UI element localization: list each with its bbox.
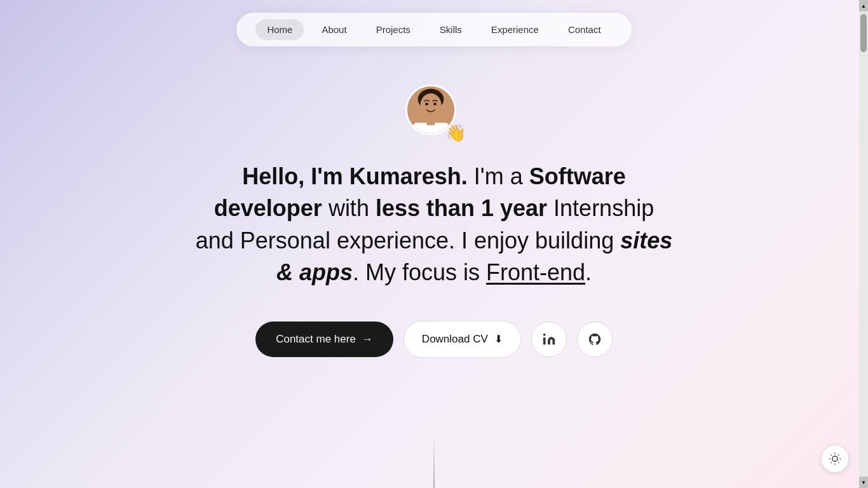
scrollbar-down-button[interactable]: ▼	[859, 477, 868, 488]
hero-part4: . My focus is	[353, 259, 486, 285]
hero-part1: I'm a	[468, 163, 529, 189]
nav-item-contact[interactable]: Contact	[557, 19, 613, 40]
svg-point-5	[425, 102, 428, 105]
nav-container: Home About Projects Skills Experience Co…	[236, 13, 631, 46]
nav-item-home[interactable]: Home	[255, 19, 304, 40]
hero-underline: Front-end	[486, 259, 585, 285]
svg-line-16	[838, 455, 839, 456]
linkedin-icon	[542, 332, 556, 346]
svg-point-6	[433, 102, 437, 105]
download-cv-button[interactable]: Download CV ⬇	[403, 321, 521, 358]
theme-icon	[829, 452, 841, 465]
download-cv-label: Download CV	[422, 333, 488, 346]
hero-intro: Hello, I'm Kumaresh.	[242, 163, 468, 189]
scrollbar-thumb[interactable]	[860, 14, 867, 52]
linkedin-button[interactable]	[531, 322, 567, 357]
hero-text: Hello, I'm Kumaresh. I'm a Software deve…	[193, 161, 675, 289]
svg-point-2	[420, 93, 441, 117]
avatar-container: 👋	[405, 85, 463, 142]
contact-button-label: Contact me here	[276, 333, 356, 346]
hero-bold2: less than 1 year	[376, 195, 547, 221]
svg-line-15	[831, 462, 832, 463]
svg-rect-4	[427, 116, 435, 125]
contact-arrow-icon: →	[362, 333, 373, 346]
svg-point-7	[543, 333, 546, 336]
navigation: Home About Projects Skills Experience Co…	[0, 0, 868, 46]
github-icon	[588, 332, 602, 346]
buttons-row: Contact me here → Download CV ⬇	[255, 321, 613, 358]
scrollbar: ▲ ▼	[859, 0, 868, 488]
hero-part5: .	[585, 259, 592, 285]
nav-item-projects[interactable]: Projects	[365, 19, 422, 40]
scroll-indicator	[433, 437, 435, 488]
wave-emoji: 👋	[445, 123, 466, 143]
github-button[interactable]	[577, 322, 613, 357]
theme-toggle-button[interactable]	[821, 445, 849, 473]
hero-part2: with	[322, 195, 376, 221]
svg-line-12	[838, 462, 839, 463]
nav-item-experience[interactable]: Experience	[480, 19, 550, 40]
svg-line-11	[831, 455, 832, 456]
scrollbar-up-button[interactable]: ▲	[859, 0, 868, 11]
contact-button[interactable]: Contact me here →	[255, 322, 393, 357]
svg-point-8	[832, 456, 837, 461]
nav-item-about[interactable]: About	[310, 19, 358, 40]
download-icon: ⬇	[494, 333, 503, 345]
nav-item-skills[interactable]: Skills	[428, 19, 473, 40]
main-content: 👋 Hello, I'm Kumaresh. I'm a Software de…	[0, 46, 868, 358]
